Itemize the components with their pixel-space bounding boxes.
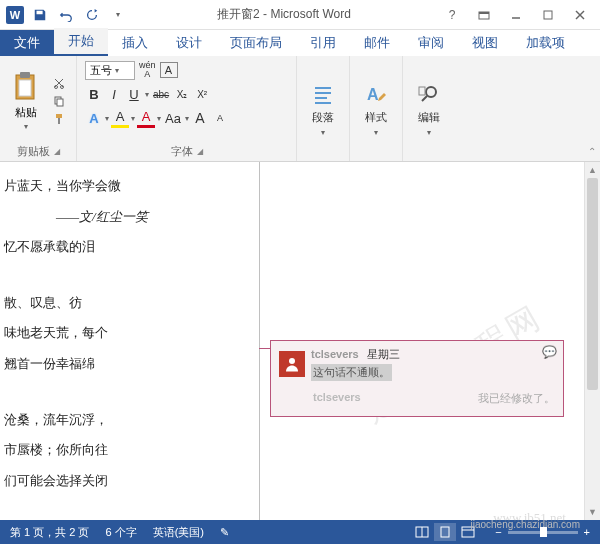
brush-icon [53,113,65,125]
chevron-down-icon: ▾ [116,10,120,19]
chevron-down-icon: ▾ [105,114,109,123]
find-icon [417,83,441,107]
chevron-down-icon: ▾ [145,90,149,99]
bold-button[interactable]: B [85,84,103,104]
font-size-select[interactable]: 五号 ▾ [85,61,135,80]
maximize-button[interactable] [534,5,562,25]
svg-rect-23 [462,527,474,537]
scroll-thumb[interactable] [587,178,598,390]
close-button[interactable] [566,5,594,25]
tab-layout[interactable]: 页面布局 [216,30,296,56]
comment-avatar [279,351,305,377]
doc-line: 市蜃楼；你所向往 [4,438,251,463]
superscript-button[interactable]: X² [193,84,211,104]
tab-file[interactable]: 文件 [0,30,54,56]
comments-pane: 走1门教程网 www.jb51.net 💬 tclsevers 星期三 这句话不… [260,162,584,520]
tab-references[interactable]: 引用 [296,30,350,56]
char-border-button[interactable]: A [160,62,178,78]
comment-reply-icon[interactable]: 💬 [542,345,557,359]
save-icon [33,8,47,22]
view-web-button[interactable] [457,523,479,541]
paste-button[interactable]: 粘贴 ▾ [8,69,44,133]
tab-home[interactable]: 开始 [54,28,108,56]
status-word-count[interactable]: 6 个字 [105,525,136,540]
strike-button[interactable]: abc [151,84,171,104]
scroll-down-button[interactable]: ▼ [585,504,600,520]
paste-label: 粘贴 [15,105,37,120]
maximize-icon [543,10,553,20]
ribbon-tabs: 文件 开始 插入 设计 页面布局 引用 邮件 审阅 视图 加载项 [0,30,600,56]
document-body[interactable]: 片蓝天，当你学会微 ——文/红尘一笑 忆不愿承载的泪 散、叹息、彷 味地老天荒，… [0,162,260,520]
scroll-track[interactable] [585,178,600,504]
chevron-down-icon: ▾ [374,128,378,137]
group-paragraph: 段落 ▾ [297,56,350,161]
comment-author: tclsevers [311,348,359,360]
window-title: 推开窗2 - Microsoft Word [130,6,438,23]
editing-button[interactable]: 编辑 ▾ [411,81,447,139]
ribbon-options-button[interactable] [470,5,498,25]
grow-font-button[interactable]: A [191,108,209,128]
subscript-button[interactable]: X₂ [173,84,191,104]
comment-reply-author: tclsevers [313,391,361,406]
font-color-button[interactable]: A [137,108,155,128]
copy-button[interactable] [50,93,68,109]
cut-button[interactable] [50,75,68,91]
change-case-button[interactable]: Aa [163,108,183,128]
zoom-in-button[interactable]: + [584,526,590,538]
scroll-up-button[interactable]: ▲ [585,162,600,178]
font-dialog-launcher[interactable]: ◢ [197,147,203,156]
copy-icon [53,95,65,107]
help-button[interactable]: ? [438,5,466,25]
tab-addins[interactable]: 加载项 [512,30,579,56]
font-size-value: 五号 [90,63,112,78]
phonetic-guide-button[interactable]: wénA [137,60,158,80]
save-button[interactable] [28,3,52,27]
collapse-ribbon-button[interactable]: ⌃ [588,146,596,157]
shrink-font-button[interactable]: A [211,108,229,128]
doc-line: 味地老天荒，每个 [4,321,251,346]
close-icon [575,10,585,20]
zoom-out-button[interactable]: − [495,526,501,538]
comment-reply-text: 我已经修改了。 [478,391,555,406]
svg-rect-7 [20,72,30,78]
view-read-button[interactable] [411,523,433,541]
svg-point-16 [426,87,436,97]
svg-rect-3 [544,11,552,19]
quick-access-toolbar: ▾ [28,3,130,27]
format-painter-button[interactable] [50,111,68,127]
tab-review[interactable]: 审阅 [404,30,458,56]
italic-button[interactable]: I [105,84,123,104]
status-language[interactable]: 英语(美国) [153,525,204,540]
redo-button[interactable] [80,3,104,27]
undo-button[interactable] [54,3,78,27]
status-revise-icon[interactable]: ✎ [220,526,229,539]
zoom-thumb[interactable] [540,527,547,537]
web-layout-icon [461,526,475,538]
comment-date: 星期三 [367,347,400,362]
comment-balloon[interactable]: 💬 tclsevers 星期三 这句话不通顺。 tclsevers 我已经修改了… [270,340,564,417]
highlight-button[interactable]: A [111,108,129,128]
chevron-down-icon: ▾ [321,128,325,137]
svg-rect-8 [19,80,31,96]
tab-design[interactable]: 设计 [162,30,216,56]
underline-button[interactable]: U [125,84,143,104]
tab-view[interactable]: 视图 [458,30,512,56]
group-editing: 编辑 ▾ [403,56,455,161]
undo-icon [59,8,73,22]
zoom-slider[interactable] [508,531,578,534]
tab-insert[interactable]: 插入 [108,30,162,56]
qat-customize[interactable]: ▾ [106,3,130,27]
doc-line: 片蓝天，当你学会微 [4,174,251,199]
styles-button[interactable]: A 样式 ▾ [358,81,394,139]
view-print-button[interactable] [434,523,456,541]
minimize-button[interactable] [502,5,530,25]
tab-mailings[interactable]: 邮件 [350,30,404,56]
text-effects-button[interactable]: A [85,108,103,128]
paragraph-button[interactable]: 段落 ▾ [305,81,341,139]
vertical-scrollbar[interactable]: ▲ ▼ [584,162,600,520]
clipboard-dialog-launcher[interactable]: ◢ [54,147,60,156]
font-group-label: 字体 [171,144,193,159]
clipboard-label: 剪贴板 [17,144,50,159]
paragraph-icon [311,83,335,107]
status-page[interactable]: 第 1 页，共 2 页 [10,525,89,540]
